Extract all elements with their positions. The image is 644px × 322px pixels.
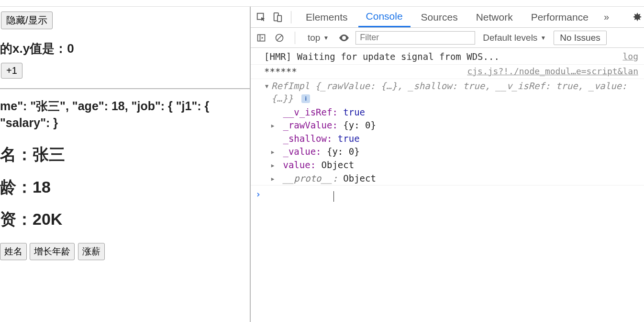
inspect-element-icon[interactable] [255, 11, 268, 24]
prop-value: {y: 0} [343, 120, 376, 130]
object-summary: {_rawValue: {…}, _shallow: true, __v_isR… [271, 80, 627, 104]
source-link[interactable]: log [622, 51, 638, 63]
prop-value: {y: 0} [327, 146, 360, 157]
console-row-stars: ****** cjs.js?!./node_modul…e=script&lan [251, 65, 644, 80]
svg-rect-3 [258, 34, 265, 41]
spacer [270, 106, 276, 119]
prop-v-isref[interactable]: __v_isRef: true [270, 106, 644, 119]
age-line: 龄：18 [0, 178, 250, 196]
console-toolbar: top Default levels No Issues [251, 28, 644, 48]
console-filter-input[interactable] [355, 31, 475, 45]
divider [0, 88, 250, 89]
device-toolbar-icon[interactable] [271, 11, 284, 24]
info-badge-icon[interactable]: i [301, 94, 310, 103]
prompt-caret-icon: › [255, 188, 261, 201]
divider [295, 32, 295, 44]
tab-network[interactable]: Network [468, 7, 521, 27]
prop-proto[interactable]: __proto__: Object [270, 172, 644, 185]
object-class-name: RefImpl [271, 80, 310, 91]
devtools-pane: Elements Console Sources Network Perform… [250, 7, 644, 322]
prop-rawvalue[interactable]: _rawValue: {y: 0} [270, 119, 644, 132]
raise-salary-button[interactable]: 涨薪 [78, 243, 105, 260]
source-link[interactable]: cjs.js?!./node_modul…e=script&lan [467, 66, 638, 78]
sidebar-toggle-icon[interactable] [255, 31, 268, 45]
change-name-button[interactable]: 姓名 [0, 243, 27, 260]
toggle-visibility-button[interactable]: 隐藏/显示 [1, 12, 53, 29]
prop-key: __proto__ [283, 173, 332, 184]
log-levels-selector[interactable]: Default levels [480, 33, 549, 43]
chevron-down-icon [323, 33, 329, 43]
clear-console-icon[interactable] [273, 31, 286, 45]
tab-sources[interactable]: Sources [413, 7, 466, 27]
console-prompt[interactable]: › [251, 185, 644, 204]
prop-value: Object [343, 173, 376, 184]
text-cursor [333, 191, 334, 202]
tab-performance[interactable]: Performance [523, 7, 596, 27]
expand-toggle-icon[interactable] [264, 80, 269, 104]
increase-age-button[interactable]: 增长年龄 [30, 243, 75, 260]
prop-key: _shallow [283, 133, 327, 144]
spacer [270, 133, 276, 145]
context-selector[interactable]: top [304, 33, 333, 43]
context-label: top [308, 33, 320, 43]
json-dump-text: me": "张三", "age": 18, "job": { "j1": { "… [0, 98, 250, 131]
webpage-pane: 隐藏/显示 的x.y值是：0 +1 me": "张三", "age": 18, … [0, 7, 250, 322]
console-message: [HMR] Waiting for update signal from WDS… [264, 51, 500, 63]
prop-value: true [343, 107, 365, 117]
object-tree: __v_isRef: true _rawValue: {y: 0} _shall… [251, 106, 644, 185]
action-button-row: 姓名 增长年龄 涨薪 [0, 243, 250, 260]
more-tabs-icon[interactable]: » [599, 12, 614, 23]
expand-toggle-icon[interactable] [270, 119, 276, 132]
prop-value[interactable]: _value: {y: 0} [270, 145, 644, 159]
prop-value-getter[interactable]: value: Object [270, 159, 644, 172]
prop-key: __v_isRef [283, 107, 332, 117]
prop-shallow[interactable]: _shallow: true [270, 132, 644, 146]
tab-elements[interactable]: Elements [298, 7, 355, 27]
expand-toggle-icon[interactable] [270, 146, 276, 158]
xy-value-text: 的x.y值是：0 [0, 40, 250, 57]
expand-toggle-icon[interactable] [270, 159, 276, 172]
chevron-down-icon [540, 33, 546, 43]
console-message: ****** [264, 66, 297, 78]
log-levels-label: Default levels [483, 33, 537, 43]
devtools-tabbar: Elements Console Sources Network Perform… [251, 7, 644, 28]
console-row-refimpl[interactable]: RefImpl {_rawValue: {…}, _shallow: true,… [251, 79, 644, 105]
prop-key: _rawValue [283, 120, 332, 130]
console-output: [HMR] Waiting for update signal from WDS… [251, 48, 644, 206]
increment-button[interactable]: +1 [1, 63, 22, 79]
name-line: 名：张三 [0, 146, 250, 163]
svg-line-6 [277, 35, 282, 40]
prop-value: true [338, 133, 360, 144]
prop-value: Object [322, 160, 355, 170]
salary-line: 资：20K [0, 210, 250, 228]
live-expression-eye-icon[interactable] [337, 31, 351, 45]
svg-rect-2 [278, 15, 281, 22]
console-row-hmr: [HMR] Waiting for update signal from WDS… [251, 50, 644, 65]
settings-gear-icon[interactable]: ✸ [633, 11, 642, 24]
issues-button[interactable]: No Issues [554, 31, 606, 45]
divider [291, 11, 291, 23]
browser-chrome-strip [0, 0, 644, 7]
tab-console[interactable]: Console [358, 7, 411, 27]
prop-key: _value [283, 146, 316, 157]
prop-key: value [283, 160, 310, 170]
svg-point-7 [343, 37, 345, 39]
expand-toggle-icon[interactable] [270, 172, 276, 185]
